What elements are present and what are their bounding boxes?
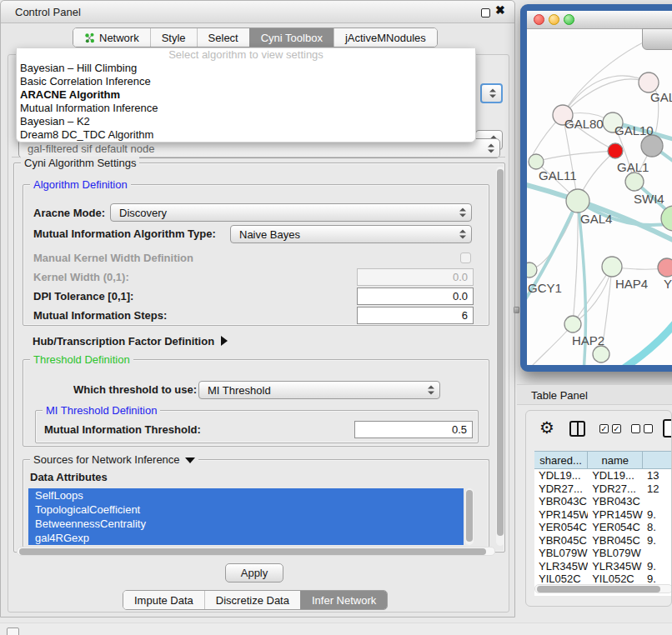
manual-kernel-checkbox[interactable] (460, 252, 471, 263)
tab-label: Style (162, 32, 186, 44)
dpi-tolerance-field[interactable]: 0.0 (357, 288, 474, 305)
node-gcy1[interactable] (527, 262, 537, 278)
network-canvas[interactable]: GAL GAL80 GAL10 GAL1 GAL11 SWI4 GAL4 GCY… (527, 29, 672, 372)
tab-label: Discretize Data (216, 594, 289, 607)
tab-jactivemnodules[interactable]: jActiveMNodules (333, 28, 437, 47)
close-icon[interactable]: ✖ (495, 3, 505, 17)
menu-item-bayesian-k2[interactable]: Bayesian – K2 (17, 115, 475, 128)
select-all-checkboxes-icon[interactable]: ✓✓ (599, 424, 621, 433)
list-scrollbar[interactable] (465, 488, 474, 545)
spinner-arrows-icon (428, 386, 434, 395)
sources-title: Sources for Network Inference (33, 453, 180, 466)
algorithm-dropdown-menu: Select algorithm to view settings Bayesi… (16, 48, 476, 142)
dpi-tolerance-label: DPI Tolerance [0,1]: (33, 288, 133, 305)
partial-window-icon (7, 628, 19, 635)
node-gal11[interactable] (529, 154, 544, 169)
table-row[interactable]: YER054CYER054C8. (534, 521, 672, 534)
network-selector-value: gal-filtered sif default node (28, 142, 154, 155)
cyni-mode-tabs: Impute Data Discretize Data Infer Networ… (123, 590, 388, 610)
node-gal1[interactable] (625, 172, 644, 191)
threshold-definition-group: Threshold Definition Which threshold to … (23, 359, 489, 447)
tab-select[interactable]: Select (197, 28, 249, 47)
tab-label: Impute Data (134, 594, 193, 607)
kernel-width-label: Kernel Width (0,1): (33, 268, 129, 286)
control-panel-window: Control Panel ✖ Network Style (0, 0, 515, 618)
tab-impute-data[interactable]: Impute Data (123, 591, 204, 609)
list-item[interactable]: TopologicalCoefficient (28, 502, 464, 517)
mi-type-combo[interactable]: Naive Bayes (230, 225, 472, 243)
list-item[interactable]: SelfLoops (28, 488, 464, 502)
which-threshold-label: Which threshold to use: (73, 381, 197, 398)
table-row[interactable]: YDL19...YDL19...13 (534, 469, 672, 482)
list-item[interactable]: gal4RGexp (28, 531, 464, 545)
close-traffic-light[interactable] (534, 14, 544, 25)
which-threshold-combo[interactable]: MI Threshold (198, 381, 440, 399)
column-layout-icon[interactable] (569, 421, 585, 437)
node-big-green[interactable] (661, 206, 672, 231)
tab-discretize-data[interactable]: Discretize Data (204, 591, 300, 609)
splitter-grip[interactable] (514, 307, 519, 313)
column-header-name[interactable]: name (588, 452, 643, 468)
network-edge-cyan (598, 321, 672, 372)
tab-label: Cyni Toolbox (261, 32, 323, 44)
menu-item-dream8[interactable]: Dream8 DC_TDC Algorithm (17, 128, 475, 142)
mi-steps-field[interactable]: 6 (357, 307, 474, 324)
table-horizontal-scrollbar[interactable] (534, 584, 672, 593)
network-window-titlebar[interactable] (527, 11, 672, 29)
spinner-arrows-icon (459, 208, 466, 218)
tab-network[interactable]: Network (73, 28, 150, 47)
deselect-all-checkboxes-icon[interactable] (631, 424, 653, 433)
tab-style[interactable]: Style (150, 28, 197, 47)
menu-item-mutual-information[interactable]: Mutual Information Inference (17, 102, 475, 115)
expand-right-icon (221, 336, 228, 346)
kernel-width-field[interactable]: 0.0 (357, 268, 474, 286)
sources-expander[interactable]: Sources for Network Inference (30, 453, 198, 466)
node-gray[interactable] (641, 135, 663, 157)
data-attributes-list[interactable]: SelfLoops TopologicalCoefficient Between… (28, 488, 464, 545)
column-header-shared-name[interactable]: shared... (534, 452, 588, 468)
cyni-algorithm-settings-group: Cyni Algorithm Settings Algorithm Defini… (13, 162, 505, 552)
manual-kernel-label: Manual Kernel Width Definition (33, 249, 193, 267)
mi-steps-value: 6 (462, 309, 468, 322)
settings-vertical-scrollbar[interactable] (496, 167, 504, 546)
gear-icon[interactable]: ⚙ (539, 418, 554, 438)
node-red-selected[interactable] (608, 143, 623, 158)
control-panel-titlebar[interactable]: Control Panel ✖ (1, 1, 514, 23)
mi-threshold-definition-group: MI Threshold Definition Mutual Informati… (35, 410, 479, 443)
float-window-icon[interactable] (481, 8, 490, 18)
status-strip (0, 622, 672, 635)
table-row[interactable]: YLR345WYLR345W9. (534, 560, 672, 573)
node-partial-bottom[interactable] (593, 346, 609, 362)
table-row[interactable]: YDR27...YDR27...12 (534, 482, 672, 496)
node-salmon[interactable] (658, 258, 672, 277)
column-header-partial[interactable] (643, 452, 672, 468)
list-item[interactable]: BetweennessCentrality (28, 517, 464, 531)
tab-label: Network (99, 32, 139, 44)
aracne-mode-value: Discovery (119, 207, 167, 219)
table-row[interactable]: YBR043CYBR043C (534, 495, 672, 508)
hub-definition-expander[interactable]: Hub/Transcription Factor Definition (33, 333, 228, 348)
aracne-mode-combo[interactable]: Discovery (110, 203, 472, 222)
node-hap4[interactable] (602, 257, 622, 277)
table-row[interactable]: YBL079WYBL079W (534, 547, 672, 560)
table-row[interactable]: YPR145WYPR145W9. (534, 508, 672, 522)
node-gal4[interactable] (566, 189, 589, 212)
table-row[interactable]: YBR045CYBR045C9. (534, 534, 672, 548)
mi-threshold-field[interactable]: 0.5 (354, 421, 473, 438)
menu-item-aracne[interactable]: ARACNE Algorithm (17, 88, 475, 102)
zoom-traffic-light[interactable] (564, 14, 574, 25)
node-hap2[interactable] (564, 316, 581, 332)
apply-button[interactable]: Apply (225, 563, 283, 582)
collapse-down-icon (185, 458, 195, 463)
obscured-combo-focused-fragment[interactable] (480, 83, 503, 103)
which-threshold-value: MI Threshold (208, 384, 271, 397)
minimize-traffic-light[interactable] (549, 14, 559, 25)
settings-horizontal-scrollbar[interactable] (17, 547, 495, 556)
menu-item-basic-correlation[interactable]: Basic Correlation Inference (17, 75, 475, 88)
data-attributes-label: Data Attributes (30, 468, 108, 486)
table-export-icon[interactable] (663, 419, 672, 438)
sources-group: Sources for Network Inference Data Attri… (23, 459, 489, 548)
tab-cyni-toolbox[interactable]: Cyni Toolbox (249, 28, 333, 47)
tab-infer-network[interactable]: Infer Network (300, 591, 387, 609)
menu-item-bayesian-hill-climbing[interactable]: Bayesian – Hill Climbing (17, 62, 475, 75)
